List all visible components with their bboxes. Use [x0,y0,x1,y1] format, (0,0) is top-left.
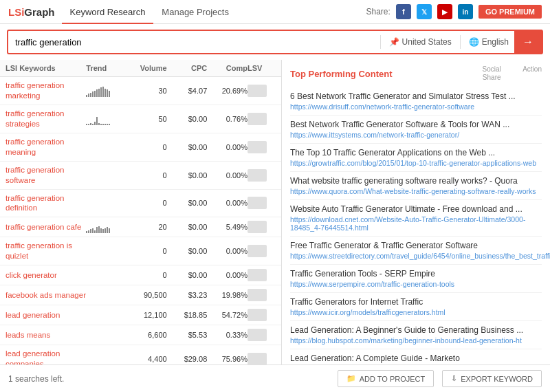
table-row[interactable]: traffic generation cafe20$0.005.49% [0,217,281,237]
lsv-box [248,113,267,125]
lsv-box [248,141,267,153]
bar [86,95,87,97]
export-keyword-button[interactable]: ⇩ EXPORT KEYWORD [442,370,542,387]
table-row[interactable]: traffic generation definition0$0.000.00% [0,190,281,218]
comp-value: 0.00% [207,199,248,207]
trend-cell [86,85,126,97]
col-comp: Comp [207,64,248,72]
content-item[interactable]: Best Network Traffic Generator Software … [290,116,542,144]
volume-value: 90,500 [126,291,167,299]
linkedin-icon[interactable]: in [458,4,473,19]
content-item[interactable]: 6 Best Network Traffic Generator and Sim… [290,87,542,116]
cpc-value: $0.00 [167,143,208,151]
content-url[interactable]: https://growtraffic.com/blog/2015/01/top… [290,159,542,167]
search-button[interactable]: → [514,30,542,54]
header-right: Share: f 𝕏 ▶ in GO PREMIUM [366,4,542,19]
lsv-box [248,245,267,257]
table-row[interactable]: lead generation12,100$18.8554.72% [0,305,281,325]
location-selector[interactable]: 📌 United States [384,37,457,47]
lsv-box [248,329,267,341]
lsv-box [248,289,267,301]
logo: LSiGraph [8,6,55,18]
bar [92,124,94,125]
table-row[interactable]: traffic generation strategies50$0.000.76… [0,105,281,133]
lsv-box [248,169,267,182]
keyword-name: traffic generation meaning [6,137,86,157]
table-row[interactable]: leads means6,600$5.530.33% [0,325,281,345]
location-pin-icon: 📌 [389,37,399,47]
table-body: traffic generation marketing30$4.0720.69… [0,77,281,364]
volume-value: 0 [126,171,167,179]
table-row[interactable]: traffic generation software0$0.000.00% [0,162,281,190]
divider2 [460,35,461,49]
content-url[interactable]: https://www.quora.com/What-website-traff… [290,187,542,195]
twitter-icon[interactable]: 𝕏 [417,4,432,19]
cpc-value: $0.00 [167,223,208,231]
keyword-name: traffic generation software [6,165,86,186]
search-input[interactable] [8,37,377,47]
social-share-label: Social Share [474,65,509,82]
table-row[interactable]: traffic generation meaning0$0.000.00% [0,133,281,162]
tab-keyword-research[interactable]: Keyword Research [62,0,154,24]
content-url[interactable]: https://download.cnet.com/Website-Auto-T… [290,215,542,232]
cpc-value: $0.00 [167,115,208,123]
facebook-icon[interactable]: f [396,4,411,19]
content-url[interactable]: https://www.serpempire.com/traffic-gener… [290,280,542,288]
cpc-value: $4.07 [167,87,208,95]
bar [109,91,110,97]
bar [96,89,98,97]
table-row[interactable]: traffic generation is quizlet0$0.000.00% [0,237,281,265]
bar [92,228,94,234]
go-premium-button[interactable]: GO PREMIUM [478,5,542,19]
content-url[interactable]: https://www.icir.org/models/trafficgener… [290,308,542,316]
content-item[interactable]: Lead Generation: A Complete Guide - Mark… [290,349,542,364]
bar [98,226,100,234]
trend-bars [86,85,126,97]
table-row[interactable]: lead generation companies4,400$29.0875.9… [0,345,281,364]
col-trend: Trend [86,64,126,72]
trend-bars [86,113,126,125]
bar [104,89,106,97]
content-item[interactable]: Free Traffic Generator & Traffic Generat… [290,237,542,265]
cpc-value: $29.08 [167,355,208,363]
table-header: LSI Keywords Trend Volume CPC Comp LSV [0,60,281,77]
content-url[interactable]: https://blog.hubspot.com/marketing/begin… [290,336,542,345]
volume-value: 0 [126,143,167,151]
youtube-icon[interactable]: ▶ [437,4,452,19]
table-row[interactable]: click generator0$0.000.00% [0,265,281,285]
language-selector[interactable]: 🌐 English [463,37,514,47]
keyword-name: leads means [6,330,86,340]
keyword-name: traffic generation marketing [6,80,86,101]
volume-value: 0 [126,271,167,279]
table-row[interactable]: facebook ads manager90,500$3.2319.98% [0,285,281,305]
table-row[interactable]: traffic generation marketing30$4.0720.69… [0,77,281,105]
content-url[interactable]: https://www.drisuff.com/network-traffic-… [290,102,542,111]
content-item[interactable]: Website Auto Traffic Generator Ultimate … [290,200,542,237]
cpc-value: $18.85 [167,311,208,319]
content-item[interactable]: The Top 10 Traffic Generator Application… [290,144,542,172]
right-header: Top Performing Content Social Share Acti… [290,65,542,82]
search-bar: 📌 United States 🌐 English → [7,30,543,54]
content-item[interactable]: Traffic Generators for Internet Traffich… [290,293,542,321]
content-url[interactable]: https://www.streetdirectory.com/travel_g… [290,252,542,260]
searches-left: 1 searches left. [8,374,329,384]
add-to-project-button[interactable]: 📁 ADD TO PROJECT [338,370,434,387]
tab-manage-projects[interactable]: Manage Projects [153,0,237,24]
content-title: Free Traffic Generator & Traffic Generat… [290,241,542,250]
lsv-box [248,353,267,364]
top-performing-title: Top Performing Content [290,69,393,79]
col-cpc: CPC [167,64,208,72]
content-url[interactable]: https://www.ittsystems.com/network-traff… [290,131,542,139]
bar [90,93,91,97]
bar [90,123,91,125]
bar [109,124,110,125]
content-title: Lead Generation: A Beginner's Guide to G… [290,325,542,335]
lsv-box [248,269,267,281]
comp-value: 0.00% [207,143,248,151]
content-item[interactable]: Lead Generation: A Beginner's Guide to G… [290,321,542,349]
comp-value: 0.00% [207,271,248,279]
content-item[interactable]: What website traffic generating software… [290,172,542,200]
keyword-name: traffic generation strategies [6,109,86,129]
action-label: Action [522,65,542,82]
content-item[interactable]: Traffic Generation Tools - SERP Empireht… [290,265,542,293]
